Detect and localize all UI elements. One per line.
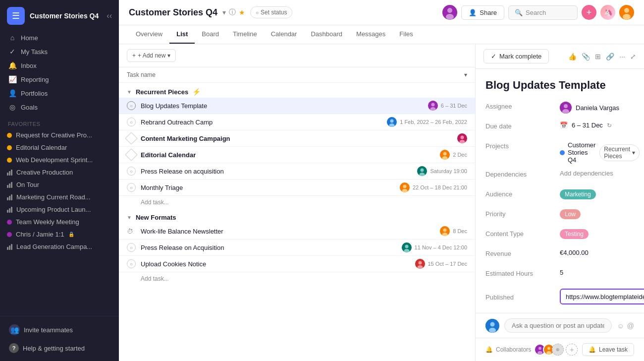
add-task-recurrent[interactable]: Add task...: [119, 196, 475, 209]
collaborators-label: Collaborators: [496, 346, 531, 353]
task-row[interactable]: ⏱ Work-life Balance Newsletter 8 Dec: [119, 223, 475, 240]
dependencies-value: Add dependencies: [560, 170, 634, 177]
section-header-recurrent[interactable]: ▼ Recurrent Pieces ⚡: [119, 83, 475, 98]
task-diamond-checkbox[interactable]: [125, 132, 137, 144]
tab-list[interactable]: List: [169, 25, 195, 44]
search-box[interactable]: 🔍 Search: [508, 5, 578, 20]
task-row[interactable]: Content Marketing Campaign: [119, 130, 475, 147]
sidebar-toggle-icon[interactable]: ‹‹: [107, 11, 112, 20]
check-icon: ✓: [8, 48, 17, 56]
published-input-wrapper: ⤤: [560, 289, 644, 304]
sidebar-item-upcoming-product[interactable]: Upcoming Product Laun...: [0, 203, 119, 216]
task-row[interactable]: ○ Press Release on Acquisition 11 Nov – …: [119, 240, 475, 256]
task-meta: 8 Dec: [440, 226, 467, 236]
list-content: ▼ Recurrent Pieces ⚡ ○ Blog Updates Temp…: [119, 83, 475, 361]
chevron-down-icon[interactable]: ▾: [222, 8, 226, 16]
task-assignee-avatar: [428, 101, 438, 111]
tab-dashboard[interactable]: Dashboard: [304, 25, 349, 44]
set-status-button[interactable]: ○ Set status: [250, 6, 292, 18]
due-date-value[interactable]: 📅 6 – 31 Dec ↻: [560, 121, 634, 129]
sidebar-item-inbox[interactable]: 🔔 Inbox: [4, 59, 115, 72]
tab-board[interactable]: Board: [195, 25, 226, 44]
sidebar-item-lead-gen[interactable]: Lead Generation Campa...: [0, 241, 119, 253]
topbar-left: Customer Stories Q4 ▾ ⓘ ★ ○ Set status: [129, 6, 437, 18]
share-button[interactable]: 👤 Share: [461, 5, 504, 20]
sidebar-header: ☰ Customer Stories Q4 ‹‹: [0, 0, 119, 29]
svg-point-4: [624, 8, 629, 13]
mark-complete-button[interactable]: ✓ Mark complete: [483, 49, 549, 63]
sidebar-item-team-weekly[interactable]: Team Weekly Meeting: [0, 216, 119, 228]
add-task-new-formats[interactable]: Add task...: [119, 272, 475, 285]
sidebar-item-on-tour[interactable]: On Tour: [0, 179, 119, 191]
task-row[interactable]: ○ Upload Cookies Notice 15 Oct – 17 Dec: [119, 256, 475, 272]
comment-input[interactable]: [504, 318, 612, 333]
smiley-icon[interactable]: ☺: [617, 322, 624, 330]
svg-point-19: [421, 169, 424, 172]
expand-icon[interactable]: ⤢: [630, 53, 636, 60]
project-tag[interactable]: Customer Stories Q4: [560, 141, 595, 164]
filter-icon[interactable]: ▾: [464, 71, 467, 78]
audience-badge[interactable]: Marketing: [560, 189, 596, 199]
sidebar-item-request-creative[interactable]: Request for Creative Pro...: [0, 129, 119, 141]
info-icon[interactable]: ⓘ: [229, 8, 236, 17]
sidebar-bottom: 👥 Invite teammates ? Help & getting star…: [0, 316, 119, 361]
sidebar-item-chris-jamie[interactable]: Chris / Jamie 1:1 🔒: [0, 228, 119, 241]
task-meta: Saturday 19:00: [417, 166, 467, 176]
sidebar-item-label: Web Development Sprint...: [16, 156, 93, 164]
subtask-icon[interactable]: ⊞: [595, 53, 601, 60]
tab-calendar[interactable]: Calendar: [264, 25, 304, 44]
task-assignee-avatar: [440, 150, 450, 160]
more-icon[interactable]: ···: [619, 53, 625, 60]
at-icon[interactable]: @: [627, 322, 634, 330]
task-name: Monthly Triage: [141, 184, 400, 191]
published-url-input[interactable]: [561, 290, 644, 303]
task-checkbox[interactable]: ○: [127, 118, 136, 126]
section-header-new-formats[interactable]: ▼ New Formats: [119, 209, 475, 223]
attachment-icon[interactable]: 📎: [582, 53, 590, 60]
task-row[interactable]: Editorial Calendar 2 Dec: [119, 147, 475, 163]
tab-messages[interactable]: Messages: [349, 25, 392, 44]
task-checkbox[interactable]: ○: [127, 101, 136, 110]
home-icon: ⌂: [8, 34, 17, 42]
sidebar-item-creative-production[interactable]: Creative Production: [0, 166, 119, 179]
invite-teammates-button[interactable]: 👥 Invite teammates: [4, 320, 115, 339]
thumbs-up-icon[interactable]: 👍: [568, 53, 577, 60]
task-diamond-checkbox[interactable]: [125, 148, 137, 161]
task-row[interactable]: ○ Monthly Triage 22 Oct – 18 Dec 21:00: [119, 180, 475, 196]
add-dependencies-button[interactable]: Add dependencies: [560, 170, 613, 177]
add-collaborator-button[interactable]: +: [566, 344, 578, 356]
sidebar-logo[interactable]: ☰: [7, 7, 25, 25]
link-icon[interactable]: 🔗: [606, 53, 614, 60]
tab-timeline[interactable]: Timeline: [226, 25, 264, 44]
sidebar-item-goals[interactable]: ◎ Goals: [4, 100, 115, 114]
tab-files[interactable]: Files: [392, 25, 420, 44]
task-row[interactable]: ○ Rebrand Outreach Camp 1 Feb, 2022 – 26…: [119, 114, 475, 130]
task-checkbox[interactable]: ○: [127, 167, 136, 176]
sidebar-item-portfolios[interactable]: 👤 Portfolios: [4, 86, 115, 100]
sidebar-item-my-tasks[interactable]: ✓ My Tasks: [4, 45, 115, 59]
sidebar-item-marketing-road[interactable]: Marketing Current Road...: [0, 191, 119, 203]
leave-task-button[interactable]: 🔔 Leave task: [582, 343, 634, 356]
priority-badge[interactable]: Low: [560, 209, 581, 219]
sidebar-item-home[interactable]: ⌂ Home: [4, 31, 115, 45]
bell-collaborators-icon: 🔔: [485, 346, 493, 353]
favorites-label: Favorites: [0, 116, 119, 129]
task-row[interactable]: ○ Press Release on acquisition Saturday …: [119, 163, 475, 180]
star-icon[interactable]: ★: [239, 8, 245, 16]
sidebar-item-web-dev-sprint[interactable]: Web Development Sprint...: [0, 154, 119, 166]
recur-icon: ↻: [607, 122, 612, 129]
plus-icon: +: [587, 7, 592, 18]
task-checkbox[interactable]: ○: [127, 183, 136, 192]
add-button[interactable]: +: [582, 5, 596, 20]
help-button[interactable]: ? Help & getting started: [4, 339, 115, 357]
sidebar-item-editorial-calendar[interactable]: Editorial Calendar: [0, 141, 119, 154]
project-section-tag[interactable]: Recurrent Pieces ▾: [599, 144, 640, 161]
tab-overview[interactable]: Overview: [129, 25, 169, 44]
sidebar-item-reporting[interactable]: 📈 Reporting: [4, 72, 115, 86]
sidebar-item-label: Chris / Jamie 1:1: [16, 231, 64, 238]
task-checkbox[interactable]: ○: [127, 243, 136, 252]
content-type-badge[interactable]: Testing: [560, 229, 589, 239]
task-row[interactable]: ○ Blog Updates Template 6 – 31 Dec: [119, 98, 475, 114]
task-checkbox[interactable]: ○: [127, 259, 136, 268]
add-new-button[interactable]: + + Add new ▾: [127, 49, 176, 62]
